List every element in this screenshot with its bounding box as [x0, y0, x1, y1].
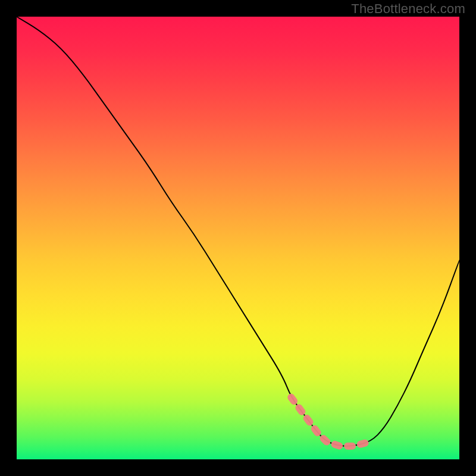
bottleneck-curve: [17, 17, 459, 446]
chart-container: TheBottleneck.com: [0, 0, 476, 476]
chart-svg: [17, 17, 459, 459]
watermark-text: TheBottleneck.com: [351, 1, 465, 17]
optimal-range-marker: [291, 397, 371, 446]
plot-area: [17, 17, 459, 459]
